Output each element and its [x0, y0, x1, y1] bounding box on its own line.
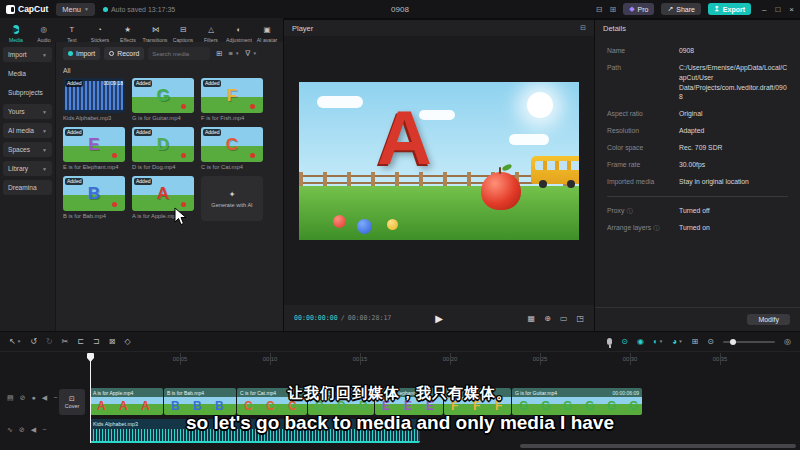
media-item[interactable]: Added B B is for Bab.mp4 — [63, 176, 125, 221]
trim-right-icon[interactable]: ⊐ — [93, 337, 100, 346]
view-mode-icon[interactable]: ⊞ — [216, 49, 222, 58]
ribbon-tab[interactable]: ◔ Stickers — [86, 18, 114, 43]
ribbon-tab[interactable]: T Text — [58, 18, 86, 43]
layout-toggle-icon[interactable]: ⊟ — [596, 5, 603, 14]
ball-decor — [357, 219, 372, 234]
sidebar-item[interactable]: AI media ▼ — [3, 123, 52, 138]
ribbon-tab[interactable]: △ Filters — [197, 18, 225, 43]
chevron-down-icon: ▼ — [42, 109, 47, 115]
sidebar-item[interactable]: Library ▼ — [3, 161, 52, 176]
capcut-logo-icon — [6, 5, 15, 14]
keyframe-icon[interactable]: ⊙ — [621, 337, 628, 346]
ruler-label: 00:15 — [315, 353, 405, 365]
zoom-fit-icon[interactable]: ◎ — [784, 337, 791, 346]
ribbon-tab[interactable]: ⋈ Transitions — [141, 18, 169, 43]
player-options-icon[interactable]: ⊟ — [580, 24, 586, 32]
video-preview[interactable]: A — [299, 82, 579, 240]
media-thumbnail[interactable]: Added D — [132, 127, 194, 162]
fullscreen-icon[interactable]: ◳ — [576, 314, 584, 323]
media-item[interactable]: Added G G is for Guitar.mp4 — [132, 78, 194, 121]
filter-icon[interactable]: ∇ — [245, 49, 250, 58]
media-item-name: B is for Bab.mp4 — [63, 213, 125, 219]
link-icon[interactable]: ⊙ — [707, 337, 714, 346]
horizontal-scrollbar[interactable] — [520, 444, 796, 448]
play-button[interactable]: ▶ — [435, 313, 443, 324]
quality-icon[interactable]: ▦ — [528, 314, 536, 323]
undo-icon[interactable]: ↺ — [30, 337, 37, 346]
media-thumbnail[interactable]: Added 00:09:18 — [63, 78, 125, 113]
media-thumbnail[interactable]: Added G — [132, 78, 194, 113]
added-badge: Added — [203, 129, 221, 136]
details-label: Resolution — [607, 126, 679, 136]
media-thumbnail[interactable]: Added B — [63, 176, 125, 211]
ribbon-tab[interactable]: ◎ Audio — [30, 18, 58, 43]
ratio-icon[interactable]: ▭ — [560, 314, 568, 323]
ribbon-tab[interactable]: ▣ AI avatar — [253, 18, 281, 43]
timeline-toolbar: ↖▼ ↺ ↻ ✂ ⊏ ⊐ ⊠ ◇ ⊙ ◉ ◐▼ ◕▼ ⊞ ⊙ ◎ — [0, 332, 800, 352]
sort-icon[interactable]: ≡ — [228, 49, 232, 58]
close-button[interactable]: × — [789, 5, 794, 14]
trim-left-icon[interactable]: ⊏ — [77, 337, 84, 346]
sidebar-item[interactable]: Subprojects — [3, 85, 52, 100]
import-button[interactable]: Import — [63, 47, 100, 60]
sidebar-item[interactable]: Media — [3, 66, 52, 81]
redo-icon[interactable]: ↻ — [46, 337, 53, 346]
subtitle-chinese: 让我们回到媒体，我只有媒体。 — [0, 384, 800, 403]
media-item[interactable]: Added F F is for Fish.mp4 — [201, 78, 263, 121]
added-badge: Added — [134, 80, 152, 87]
ribbon-tab[interactable]: ★ Effects — [114, 18, 142, 43]
delete-icon[interactable]: ⊠ — [109, 337, 116, 346]
marker-icon[interactable]: ◉ — [637, 337, 644, 346]
details-value: Adapted — [679, 126, 788, 136]
media-item[interactable]: Added D D is for Dog.mp4 — [132, 127, 194, 170]
panel-layout-icon[interactable]: ⊞ — [609, 5, 616, 14]
modify-button[interactable]: Modify — [747, 314, 790, 325]
chevron-down-icon: ▼ — [42, 128, 47, 134]
volume-icon[interactable]: ◕▼ — [672, 337, 682, 346]
media-item[interactable]: Added C C is for Cat.mp4 — [201, 127, 263, 170]
filter-all-label[interactable]: All — [63, 67, 276, 74]
select-tool-icon[interactable]: ↖▼ — [9, 337, 21, 346]
sidebar-item[interactable]: Yours ▼ — [3, 104, 52, 119]
sidebar-item[interactable]: Import ▼ — [3, 47, 52, 62]
details-row: Resolution Adapted — [607, 126, 788, 136]
media-item[interactable]: Added 00:09:18 Kids Alphabet.mp3 — [63, 78, 125, 121]
share-button[interactable]: ↗ Share — [661, 3, 701, 15]
pro-button[interactable]: ◆ Pro — [623, 3, 654, 15]
details-value: 0908 — [679, 46, 788, 56]
menu-button[interactable]: Menu▼ — [56, 3, 95, 16]
ribbon-tab[interactable]: ▶ Media — [2, 18, 30, 43]
details-value: 30.00fps — [679, 160, 788, 170]
chevron-down-icon: ▼ — [42, 147, 47, 153]
sidebar-item[interactable]: Spaces ▼ — [3, 142, 52, 157]
zoom-slider[interactable] — [723, 341, 775, 343]
media-thumbnail[interactable]: Added C — [201, 127, 263, 162]
export-button[interactable]: ↥ Export — [708, 3, 751, 15]
record-button[interactable]: Record — [104, 47, 144, 60]
media-thumbnail[interactable]: Added E — [63, 127, 125, 162]
mic-icon[interactable] — [607, 338, 612, 345]
sidebar-item[interactable]: Dreamina — [3, 180, 52, 195]
ai-sparkle-icon: ✦ — [229, 190, 236, 199]
maximize-button[interactable]: □ — [775, 5, 780, 14]
preview-frames-icon[interactable]: ⊞ — [692, 337, 699, 346]
ball-decor — [181, 104, 186, 109]
ribbon-tab-icon: T — [69, 25, 74, 34]
media-item-name: Kids Alphabet.mp3 — [63, 115, 125, 121]
timeline-ruler[interactable]: 00:0500:1000:1500:2000:2500:3000:3500:40 — [90, 353, 800, 365]
zoom-slider-handle[interactable] — [730, 339, 736, 345]
ribbon-tab[interactable]: ⊟ Captions — [169, 18, 197, 43]
mask-icon[interactable]: ◇ — [124, 337, 130, 346]
media-thumbnail[interactable]: Added A — [132, 176, 194, 211]
media-thumbnail[interactable]: Added F — [201, 78, 263, 113]
media-item[interactable]: Added E E is for Elephant.mp4 — [63, 127, 125, 170]
search-input[interactable] — [148, 47, 210, 60]
focus-icon[interactable]: ⊕ — [544, 314, 551, 323]
split-icon[interactable]: ✂ — [62, 337, 69, 346]
minimize-button[interactable]: – — [762, 5, 766, 14]
generate-ai-tile[interactable]: ✦ Generate with AI — [201, 176, 263, 221]
ball-decor — [181, 153, 186, 158]
player-stage: A — [284, 36, 594, 305]
ribbon-tab[interactable]: ◐ Adjustment — [225, 18, 253, 43]
snap-icon[interactable]: ◐▼ — [653, 337, 663, 346]
